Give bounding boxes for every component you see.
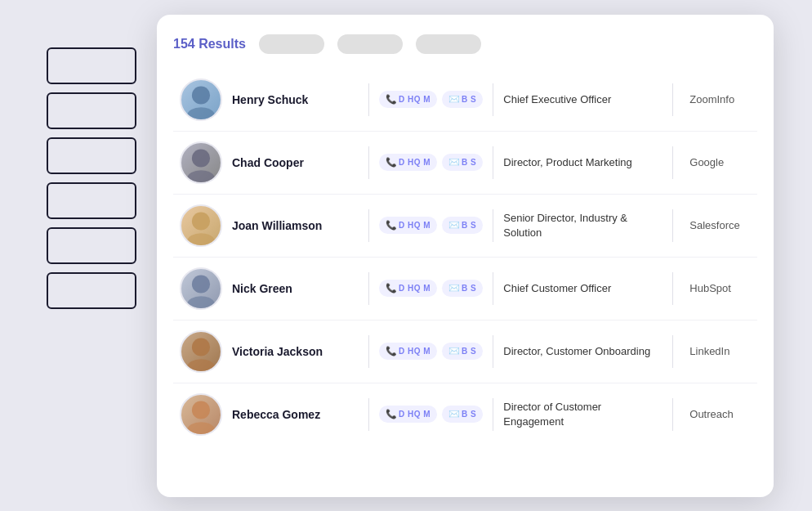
sidebar-item-3[interactable] (47, 137, 136, 174)
company-chad-cooper: Google (683, 156, 724, 168)
contact-row-rebecca-gomez[interactable]: Rebecca Gomez 📞 D HQ M ✉️ B S Director o… (173, 383, 757, 446)
svg-point-5 (187, 233, 214, 247)
contact-list: Henry Schuck 📞 D HQ M ✉️ B S Chief Execu… (173, 69, 757, 446)
sidebar-item-5[interactable] (47, 227, 136, 264)
title-henry-schuck: Chief Executive Officer (503, 92, 663, 107)
email-badge-victoria-jackson[interactable]: ✉️ B S (442, 343, 483, 360)
contact-icons-joan-williamson: 📞 D HQ M ✉️ B S (379, 217, 483, 234)
email-badge-henry-schuck[interactable]: ✉️ B S (442, 91, 483, 108)
phone-labels: D HQ M (399, 221, 431, 230)
name-joan-williamson: Joan Williamson (232, 219, 359, 232)
sidebar-item-6[interactable] (47, 272, 136, 309)
contact-row-henry-schuck[interactable]: Henry Schuck 📞 D HQ M ✉️ B S Chief Execu… (173, 69, 757, 132)
phone-icon: 📞 (386, 220, 397, 231)
divider-after-name (368, 209, 369, 242)
avatar-henry-schuck (180, 78, 222, 121)
sidebar-item-1[interactable] (47, 47, 136, 84)
phone-icon: 📞 (386, 157, 397, 168)
phone-badge-victoria-jackson[interactable]: 📞 D HQ M (379, 343, 437, 360)
divider-after-title (672, 335, 673, 368)
title-victoria-jackson: Director, Customer Onboarding (503, 344, 663, 359)
avatar-nick-green (180, 267, 222, 310)
company-henry-schuck: ZoomInfo (683, 93, 734, 105)
results-label: Results (199, 37, 246, 51)
email-icon: ✉️ (448, 157, 460, 168)
svg-point-4 (192, 212, 210, 230)
phone-badge-chad-cooper[interactable]: 📞 D HQ M (379, 154, 437, 171)
contact-icons-victoria-jackson: 📞 D HQ M ✉️ B S (379, 343, 483, 360)
svg-point-11 (187, 422, 214, 436)
email-icon: ✉️ (448, 94, 460, 105)
sidebar (38, 39, 145, 464)
filter-pill-2[interactable] (337, 34, 403, 54)
sidebar-item-2[interactable] (47, 92, 136, 129)
avatar-chad-cooper (180, 141, 222, 184)
results-count: 154 Results (173, 37, 246, 52)
avatar-rebecca-gomez (180, 393, 222, 436)
divider-after-icons (493, 146, 493, 179)
email-labels: B S (462, 221, 476, 230)
phone-badge-joan-williamson[interactable]: 📞 D HQ M (379, 217, 437, 234)
divider-after-icons (493, 335, 493, 368)
contact-row-joan-williamson[interactable]: Joan Williamson 📞 D HQ M ✉️ B S Senior D… (173, 195, 757, 258)
email-badge-nick-green[interactable]: ✉️ B S (442, 280, 483, 297)
filter-pill-3[interactable] (416, 34, 481, 54)
name-nick-green: Nick Green (232, 282, 359, 295)
avatar-victoria-jackson (180, 330, 222, 373)
contact-icons-rebecca-gomez: 📞 D HQ M ✉️ B S (379, 406, 483, 423)
name-victoria-jackson: Victoria Jackson (232, 345, 359, 358)
divider-after-name (368, 83, 369, 116)
divider-after-name (368, 398, 369, 431)
email-badge-chad-cooper[interactable]: ✉️ B S (442, 154, 483, 171)
company-nick-green: HubSpot (683, 282, 731, 294)
company-rebecca-gomez: Outreach (683, 408, 733, 420)
main-card: 154 Results Henry Schuck 📞 D HQ M ✉️ B S… (157, 15, 774, 497)
svg-point-3 (187, 170, 214, 184)
results-header: 154 Results (173, 34, 757, 54)
contact-row-chad-cooper[interactable]: Chad Cooper 📞 D HQ M ✉️ B S Director, Pr… (173, 132, 757, 195)
phone-badge-rebecca-gomez[interactable]: 📞 D HQ M (379, 406, 437, 423)
divider-after-title (672, 146, 673, 179)
email-labels: B S (462, 284, 476, 293)
phone-labels: D HQ M (399, 410, 431, 419)
phone-badge-nick-green[interactable]: 📞 D HQ M (379, 280, 437, 297)
phone-badge-henry-schuck[interactable]: 📞 D HQ M (379, 91, 437, 108)
email-labels: B S (462, 158, 476, 167)
contact-row-victoria-jackson[interactable]: Victoria Jackson 📞 D HQ M ✉️ B S Directo… (173, 320, 757, 383)
filter-pill-1[interactable] (259, 34, 324, 54)
email-badge-rebecca-gomez[interactable]: ✉️ B S (442, 406, 483, 423)
email-labels: B S (462, 347, 476, 356)
phone-labels: D HQ M (399, 284, 431, 293)
phone-icon: 📞 (386, 94, 397, 105)
email-icon: ✉️ (448, 409, 460, 419)
divider-after-name (368, 272, 369, 305)
title-nick-green: Chief Customer Officer (503, 281, 663, 296)
email-labels: B S (462, 410, 476, 419)
scene: 154 Results Henry Schuck 📞 D HQ M ✉️ B S… (38, 15, 774, 497)
email-badge-joan-williamson[interactable]: ✉️ B S (442, 217, 483, 234)
phone-labels: D HQ M (399, 347, 431, 356)
title-joan-williamson: Senior Director, Industry & Solution (503, 211, 663, 240)
svg-point-0 (192, 86, 210, 104)
company-joan-williamson: Salesforce (683, 219, 739, 231)
phone-icon: 📞 (386, 409, 397, 419)
avatar-joan-williamson (180, 204, 222, 247)
divider-after-name (368, 335, 369, 368)
svg-point-10 (192, 401, 210, 419)
divider-after-icons (493, 83, 493, 116)
contact-icons-chad-cooper: 📞 D HQ M ✉️ B S (379, 154, 483, 171)
title-rebecca-gomez: Director of Customer Engagement (503, 400, 663, 428)
name-rebecca-gomez: Rebecca Gomez (232, 408, 359, 421)
sidebar-item-4[interactable] (47, 182, 136, 219)
name-henry-schuck: Henry Schuck (232, 93, 359, 106)
email-labels: B S (462, 95, 476, 104)
svg-point-8 (192, 338, 210, 356)
email-icon: ✉️ (448, 283, 460, 294)
email-icon: ✉️ (448, 346, 460, 356)
divider-after-icons (493, 209, 493, 242)
email-icon: ✉️ (448, 220, 460, 231)
phone-icon: 📞 (386, 346, 397, 356)
results-number: 154 (173, 37, 195, 51)
contact-row-nick-green[interactable]: Nick Green 📞 D HQ M ✉️ B S Chief Custome… (173, 258, 757, 320)
contact-icons-henry-schuck: 📞 D HQ M ✉️ B S (379, 91, 483, 108)
